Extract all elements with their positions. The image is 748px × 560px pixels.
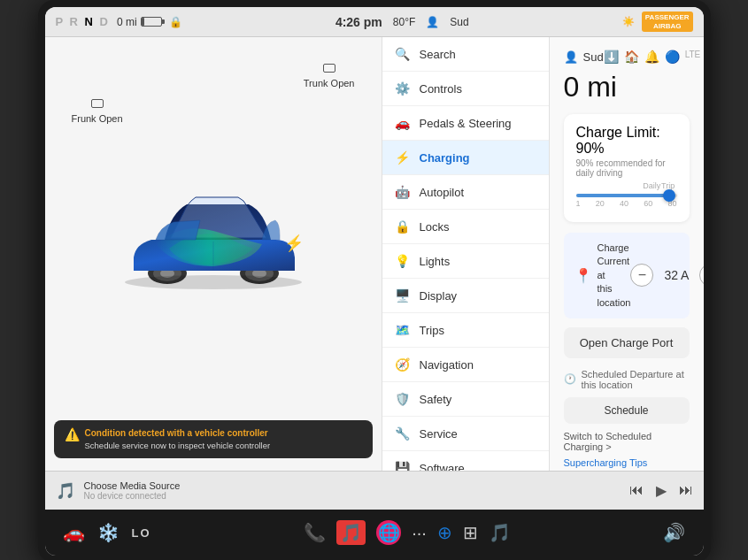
svg-point-6	[125, 275, 302, 289]
menu-label-autopilot: Autopilot	[420, 186, 465, 199]
menu-item-lights[interactable]: 💡 Lights	[382, 244, 549, 279]
menu-item-service[interactable]: 🔧 Service	[382, 417, 549, 451]
menu-label-software: Software	[420, 462, 465, 472]
media-note-icon: 🎵	[56, 481, 75, 501]
schedule-button[interactable]: Schedule	[564, 397, 690, 424]
menu-label-controls: Controls	[420, 82, 462, 96]
charge-limit-sub: 90% recommended for daily driving	[576, 158, 677, 178]
user-icon: 👤	[426, 16, 439, 28]
battery-fill	[142, 18, 144, 26]
taskbar-grid-icon[interactable]: ⊞	[463, 522, 478, 543]
search-icon: 🔍	[395, 47, 411, 61]
menu-label-pedals: Pedals & Steering	[420, 117, 512, 130]
play-button[interactable]: ▶	[656, 482, 667, 499]
switch-to-scheduled-link[interactable]: Switch to Scheduled Charging >	[564, 431, 690, 452]
car-svg: ⚡	[107, 160, 320, 302]
next-track-button[interactable]: ⏭	[679, 482, 693, 499]
taskbar-climate-icon[interactable]: ❄️	[97, 522, 120, 543]
airbag-indicator: PASSENGERAIRBAG	[642, 12, 693, 32]
taskbar-left: 🚗 ❄️ LO	[63, 522, 151, 543]
charge-value: 32 A	[660, 268, 692, 282]
taskbar-music-icon[interactable]: 🎵	[336, 520, 366, 545]
menu-label-lights: Lights	[420, 255, 451, 268]
lte-indicator: LTE	[685, 50, 701, 64]
taskbar-apps-icon[interactable]: 🌐	[376, 520, 401, 545]
taskbar-volume-icon[interactable]: 🔊	[663, 522, 685, 543]
menu-label-safety: Safety	[420, 393, 452, 406]
charging-panel: 👤 Sud ⬇️ 🏠 🔔 🔵 LTE 0 mi Charge Limit: 90	[550, 37, 704, 471]
car-visualization: Frunk Open Trunk Open	[54, 46, 373, 417]
media-bar: 🎵 Choose Media Source No device connecte…	[45, 471, 704, 510]
lights-icon: 💡	[395, 254, 411, 268]
charge-slider-thumb[interactable]	[663, 189, 675, 202]
range-display: 0 mi	[564, 71, 690, 104]
menu-item-pedals[interactable]: 🚗 Pedals & Steering	[382, 106, 549, 141]
scheduled-departure-row: 🕐 Scheduled Departure at this location	[564, 369, 690, 390]
menu-item-navigation[interactable]: 🧭 Navigation	[382, 348, 549, 382]
taskbar-spotify-icon[interactable]: 🎵	[489, 522, 511, 543]
taskbar-bluetooth-icon[interactable]: ⊕	[437, 522, 452, 543]
taskbar-phone-icon[interactable]: 📞	[304, 522, 326, 543]
menu-item-controls[interactable]: ⚙️ Controls	[382, 72, 549, 106]
user-person-icon: 👤	[564, 50, 578, 64]
supercharging-tips-link[interactable]: Supercharging Tips	[564, 457, 690, 468]
battery-icon	[141, 17, 162, 27]
prev-track-button[interactable]: ⏮	[629, 482, 644, 499]
left-panel: Frunk Open Trunk Open	[45, 37, 382, 471]
taskbar-car-icon[interactable]: 🚗	[63, 522, 85, 543]
daily-label: Daily	[643, 181, 660, 190]
charge-increase-button[interactable]: +	[699, 264, 703, 287]
charge-limit-card: Charge Limit: 90% 90% recommended for da…	[564, 114, 690, 222]
user-info: 👤 Sud	[564, 50, 604, 64]
trunk-label: Trunk Open	[304, 64, 355, 90]
scheduled-label: Scheduled Departure at this location	[582, 369, 690, 390]
charge-limit-row: Charge Limit: 90%	[576, 125, 677, 157]
main-content: Frunk Open Trunk Open	[45, 37, 704, 471]
sun-icon: ☀️	[622, 16, 635, 27]
top-bar: P R N D 0 mi 🔒 4:26 pm 80°F 👤 Sud	[45, 7, 704, 37]
charge-decrease-button[interactable]: −	[630, 264, 653, 287]
service-icon: 🔧	[395, 426, 411, 441]
media-info: Choose Media Source No device connected	[84, 480, 621, 501]
charge-slider-track[interactable]	[576, 194, 677, 197]
menu-label-locks: Locks	[420, 220, 450, 234]
open-charge-port-button[interactable]: Open Charge Port	[564, 327, 690, 358]
top-bar-left: P R N D 0 mi 🔒	[56, 15, 182, 28]
charge-current-label: Charge Current at this location	[598, 242, 631, 310]
menu-item-software[interactable]: 💾 Software	[382, 451, 549, 471]
trips-icon: 🗺️	[395, 323, 411, 337]
bluetooth-icon: 🔵	[665, 50, 680, 64]
taskbar: 🚗 ❄️ LO 📞 🎵 🌐 ··· ⊕ ⊞ 🎵 🔊	[45, 510, 704, 556]
menu-item-locks[interactable]: 🔒 Locks	[382, 210, 549, 244]
tesla-screen-frame: P R N D 0 mi 🔒 4:26 pm 80°F 👤 Sud	[38, 0, 711, 560]
menu-label-navigation: Navigation	[420, 358, 474, 372]
software-icon: 💾	[395, 461, 411, 471]
menu-item-autopilot[interactable]: 🤖 Autopilot	[382, 175, 549, 210]
menu-label-charging: Charging	[420, 151, 470, 165]
warning-text: Condition detected with a vehicle contro…	[85, 427, 271, 451]
charge-slider-fill	[576, 194, 665, 197]
charge-limit-label: Charge Limit: 90%	[576, 125, 677, 157]
home-icon: 🏠	[624, 50, 639, 64]
menu-label-service: Service	[420, 427, 458, 441]
menu-label-trips: Trips	[420, 324, 444, 337]
menu-item-safety[interactable]: 🛡️ Safety	[382, 382, 549, 417]
autopilot-icon: 🤖	[395, 185, 411, 199]
menu-item-charging[interactable]: ⚡ Charging	[382, 141, 549, 175]
menu-item-display[interactable]: 🖥️ Display	[382, 279, 549, 313]
clock-icon: 🕐	[564, 373, 576, 385]
warning-banner: ⚠️ Condition detected with a vehicle con…	[54, 420, 373, 458]
warning-icon: ⚠️	[65, 427, 80, 441]
prnd-display: P R N D	[56, 15, 110, 28]
username: Sud	[450, 16, 468, 28]
tesla-screen: P R N D 0 mi 🔒 4:26 pm 80°F 👤 Sud	[45, 7, 704, 556]
frunk-label: Frunk Open	[72, 99, 123, 126]
top-bar-center: 4:26 pm 80°F 👤 Sud	[335, 15, 469, 29]
menu-item-search[interactable]: 🔍 Search	[382, 37, 549, 72]
download-icon: ⬇️	[604, 50, 619, 64]
taskbar-more-icon[interactable]: ···	[412, 523, 427, 543]
menu-item-trips[interactable]: 🗺️ Trips	[382, 313, 549, 348]
charge-slider-container: Daily Trip 1 20 40 60 80	[576, 194, 677, 208]
controls-icon: ⚙️	[395, 81, 411, 96]
taskbar-center: 📞 🎵 🌐 ··· ⊕ ⊞ 🎵	[304, 520, 511, 545]
